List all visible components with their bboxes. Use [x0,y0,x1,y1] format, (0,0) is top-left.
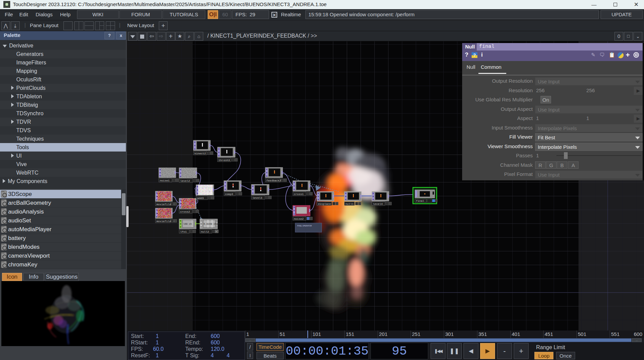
svg-text:level2: level2 [180,179,190,182]
svg-text:l08 ch: l08 ch [183,223,192,225]
svg-text:kinect2: kinect2 [194,152,206,155]
svg-text:displace: displace [318,202,331,205]
svg-text:PIXEL OPERATOR: PIXEL OPERATOR [297,225,312,227]
svg-text:add3: add3 [197,197,204,200]
svg-text:feedback2: feedback2 [266,179,281,182]
svg-text:comp3: comp3 [225,193,233,196]
svg-text:level4: level4 [373,202,383,205]
svg-text:final: final [416,199,424,202]
svg-text:null1: null1 [345,202,354,205]
svg-text:level3: level3 [252,196,262,199]
svg-text:noise2: noise2 [294,217,304,220]
svg-text:0.8108 chan: 0.8108 chan [204,223,219,225]
svg-text:lfo1: lfo1 [180,230,187,233]
svg-text:cross1: cross1 [294,193,304,196]
svg-text:thresh3: thresh3 [219,159,230,162]
svg-text:cross2: cross2 [180,210,190,213]
svg-text:+: + [216,231,217,233]
svg-text:null2: null2 [201,230,209,233]
svg-text:noise1: noise1 [160,179,170,182]
